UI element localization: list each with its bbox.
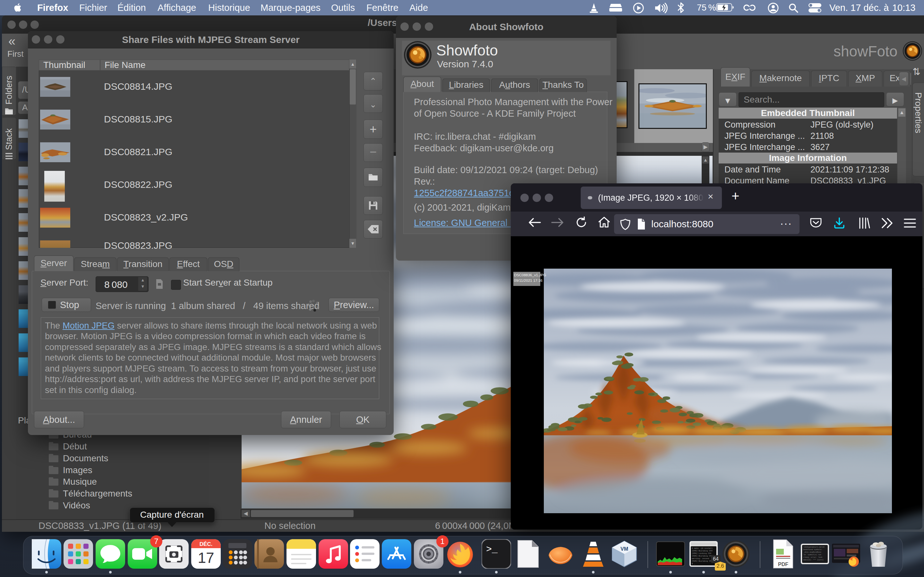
svg-text:$ _: $ _ (692, 562, 695, 565)
svg-text:warning: unused: warning: unused (692, 558, 709, 560)
svg-text:Undefined symbols:: Undefined symbols: (803, 548, 822, 551)
svg-text:clang: error: link: clang: error: link (803, 556, 822, 558)
svg-text:DÉC.: DÉC. (200, 541, 213, 547)
svg-text:>_: >_ (486, 544, 498, 555)
svg-text:[52%] Building CXX: [52%] Building CXX (692, 560, 712, 562)
svg-text:PDF: PDF (778, 562, 788, 567)
svg-text:[35%] Linking CXX: [35%] Linking CXX (692, 552, 712, 554)
svg-text:VM: VM (620, 546, 628, 552)
svg-text:_objc_msgSend$use: _objc_msgSend$use (803, 551, 821, 553)
svg-text:[40%] Building CXX: [40%] Building CXX (692, 555, 712, 557)
svg-text:make[2]: *** [core]: make[2]: *** [core] (803, 559, 824, 561)
svg-text:17: 17 (198, 550, 214, 566)
svg-text:libdigikamcore.dylib: libdigikamcore.dylib (803, 546, 825, 548)
svg-text:$ make -j8 install: $ make -j8 install (692, 547, 712, 550)
svg-text:[34%] Building CXX: [34%] Building CXX (692, 550, 712, 552)
svg-text:ld: symbol(s) not: ld: symbol(s) not (803, 554, 821, 556)
